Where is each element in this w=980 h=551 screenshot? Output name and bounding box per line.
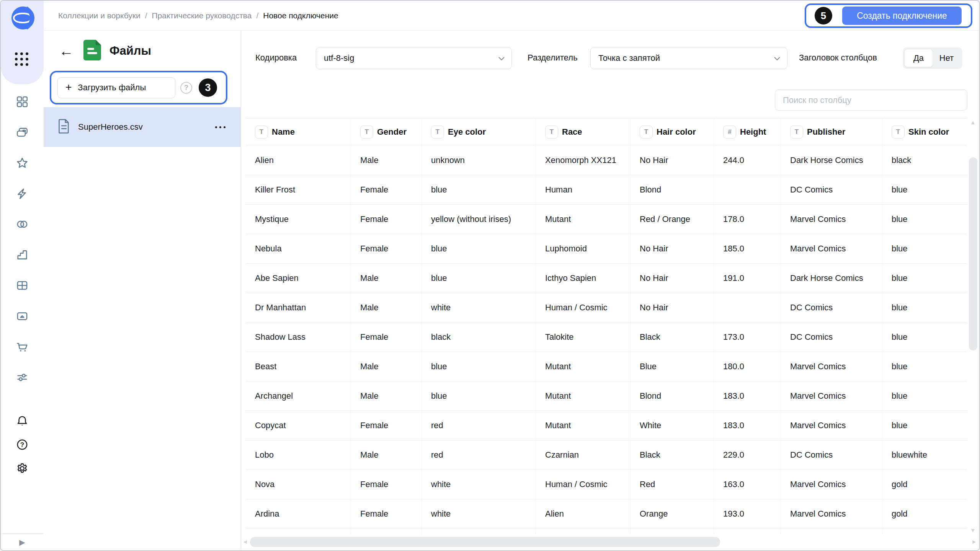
help-icon[interactable]: ? [12, 435, 32, 455]
table-cell: yellow (without irises) [422, 205, 536, 234]
table-cell: blue [882, 352, 967, 381]
settings-gear-icon[interactable] [12, 458, 32, 478]
apps-menu-icon[interactable] [15, 52, 28, 66]
rail-bottom: ? [1, 411, 44, 482]
file-more-menu-icon[interactable] [215, 126, 225, 128]
expand-panel-icon[interactable]: ▶ [19, 538, 25, 547]
horizontal-scroll-thumb[interactable] [250, 537, 720, 547]
table-cell: Abe Sapien [246, 264, 351, 293]
column-header-label: Race [562, 127, 582, 137]
table-cell: Mutant [536, 411, 630, 440]
table-cell: Dr Manhattan [246, 293, 351, 322]
encoding-select[interactable]: utf-8-sig [316, 47, 512, 69]
upload-files-button[interactable]: + Загрузить файлы [57, 77, 175, 98]
nav-gallery-icon[interactable] [12, 306, 32, 326]
table-cell: Marvel Comics [781, 352, 882, 381]
step-badge-3: 3 [199, 78, 217, 97]
vertical-scroll-thumb[interactable] [969, 157, 977, 350]
delimiter-value: Точка с запятой [598, 53, 660, 63]
table-cell: Beast [246, 352, 351, 381]
scroll-up-icon[interactable]: ▲ [970, 119, 976, 126]
table-cell: black [422, 323, 536, 352]
create-connection-button[interactable]: Создать подключение [842, 7, 962, 25]
table-cell: White [630, 411, 714, 440]
nav-dashboards-icon[interactable] [12, 276, 32, 295]
toggle-yes[interactable]: Да [905, 49, 933, 67]
breadcrumb-current-page: Новое подключение [263, 11, 338, 20]
breadcrumb-collections[interactable]: Коллекции и воркбуки [58, 11, 140, 20]
table-cell: black [882, 146, 967, 175]
nav-grid-icon[interactable] [12, 92, 32, 112]
text-type-icon: T [790, 126, 803, 139]
nav-datasets-icon[interactable] [12, 214, 32, 234]
table-cell: Black [630, 440, 714, 469]
column-search-input[interactable] [775, 90, 967, 111]
table-cell: 185.0 [714, 234, 781, 263]
file-list-item-selected[interactable]: SuperHeroes.csv [44, 107, 241, 147]
breadcrumb-guides[interactable]: Практические руководства [152, 11, 252, 20]
text-type-icon: T [255, 126, 268, 139]
table-cell: Female [351, 323, 422, 352]
table-cell [714, 293, 781, 322]
table-cell: Male [351, 264, 422, 293]
table-cell: Marvel Comics [781, 205, 882, 234]
table-header: TNameTGenderTEye colorTRaceTHair color#H… [246, 118, 967, 145]
datalens-logo-icon[interactable] [11, 6, 35, 30]
breadcrumb-separator: / [256, 11, 258, 20]
table-cell: 173.0 [714, 323, 781, 352]
nav-charts-icon[interactable] [12, 245, 32, 265]
table-cell: blue [882, 175, 967, 204]
column-header-hair-color[interactable]: THair color [630, 119, 714, 145]
table-cell: Nova [246, 470, 351, 499]
column-header-publisher[interactable]: TPublisher [781, 119, 882, 145]
table-cell: Ardina [246, 499, 351, 528]
column-header-skin-color[interactable]: TSkin color [882, 119, 967, 145]
table-cell: Marvel Comics [781, 234, 882, 263]
back-arrow-icon[interactable]: ← [59, 44, 74, 58]
toggle-no[interactable]: Нет [933, 49, 960, 67]
rail-nav [1, 92, 44, 398]
table-cell: Male [351, 146, 422, 175]
scroll-left-icon[interactable]: ◄ [242, 538, 248, 545]
table-row: NovaFemalewhiteHuman / CosmicRed163.0Mar… [246, 470, 967, 499]
scroll-down-icon[interactable]: ▼ [970, 527, 976, 533]
table-cell: 178.0 [714, 205, 781, 234]
nav-marketplace-icon[interactable] [12, 337, 32, 357]
table-cell: Black [630, 323, 714, 352]
text-type-icon: T [545, 126, 558, 139]
column-header-name[interactable]: TName [246, 119, 351, 145]
delimiter-select[interactable]: Точка с запятой [590, 47, 787, 69]
step-badge-5: 5 [815, 7, 832, 24]
table-cell: No Hair [630, 293, 714, 322]
table-cell: blue [882, 293, 967, 322]
column-header-race[interactable]: TRace [536, 119, 630, 145]
table-cell: Blue [630, 352, 714, 381]
scroll-right-icon[interactable]: ► [971, 538, 977, 545]
table-cell: 163.0 [714, 470, 781, 499]
table-cell: blue [882, 205, 967, 234]
horizontal-scrollbar[interactable]: ◄ ► [242, 534, 979, 550]
table-cell: blue [882, 411, 967, 440]
table-cell: Talokite [536, 323, 630, 352]
table-cell: white [422, 293, 536, 322]
nav-collections-icon[interactable] [12, 122, 32, 142]
delimiter-label: Разделитель [528, 53, 578, 63]
column-header-height[interactable]: #Height [714, 119, 781, 145]
nav-services-icon[interactable] [12, 367, 32, 387]
svg-text:?: ? [20, 441, 24, 448]
files-panel: ← Файлы + Загрузить файлы ? 3 [44, 31, 241, 550]
column-header-label: Skin color [908, 127, 949, 137]
upload-help-icon[interactable]: ? [180, 82, 192, 94]
text-type-icon: T [892, 126, 905, 139]
vertical-scrollbar[interactable]: ▲ ▼ [967, 118, 979, 534]
nav-favorites-icon[interactable] [12, 153, 32, 173]
notifications-bell-icon[interactable] [12, 411, 32, 431]
column-header-gender[interactable]: TGender [351, 119, 422, 145]
table-cell: Dark Horse Comics [781, 264, 882, 293]
table-cell: 180.0 [714, 352, 781, 381]
table-cell: No Hair [630, 234, 714, 263]
column-header-eye-color[interactable]: TEye color [422, 119, 536, 145]
table-cell: Copycat [246, 411, 351, 440]
table-cell: blue [882, 323, 967, 352]
nav-connections-icon[interactable] [12, 184, 32, 204]
